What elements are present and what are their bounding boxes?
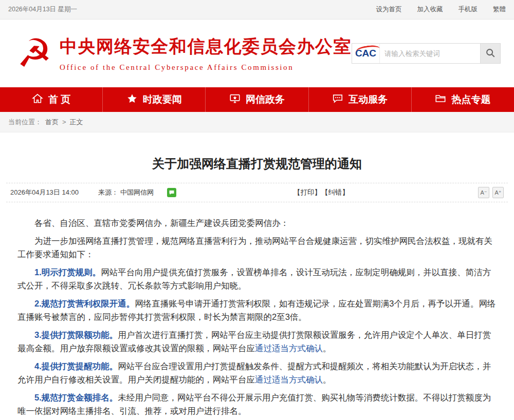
topbar: 2026年04月13日 星期一 设为首页 加入收藏 手机版 繁體 <box>0 0 514 20</box>
folder-icon <box>435 93 446 107</box>
paragraph-lead: 2.规范打赏营利权限开通。 <box>34 299 135 308</box>
paragraph-lead: 3.提供打赏限额功能。 <box>34 330 118 339</box>
paragraph: 为进一步加强网络直播打赏管理，规范网络直播营利行为，推动网站平台合规健康运营，切… <box>17 234 497 261</box>
search-button[interactable] <box>480 44 500 63</box>
paragraph: 1.明示打赏规则。网站平台向用户提供充值打赏服务，设置榜单排名，设计互动玩法，应… <box>17 265 497 292</box>
paragraph: 3.提供打赏限额功能。用户首次进行直播打赏，网站平台应主动提供打赏限额设置服务，… <box>17 328 497 355</box>
nav-item-label: 时政要闻 <box>143 93 182 106</box>
nav-item-politics-news[interactable]: 时政要闻 <box>102 87 205 112</box>
paragraph: 4.提供打赏提醒功能。网站平台应合理设置用户打赏提醒触发条件、提醒方式和提醒频次… <box>17 359 497 386</box>
brand-text: 中央网络安全和信息化委员会办公室 Office of the Central C… <box>60 35 352 72</box>
article-body: 各省、自治区、直辖市党委网信办，新疆生产建设兵团党委网信办：为进一步加强网络直播… <box>0 202 514 420</box>
breadcrumb-label: 当前位置： <box>8 118 42 127</box>
font-larger-button[interactable]: A⁺ <box>492 187 504 198</box>
main-nav: 首 页 时政要闻 网信政务 互动服务 热点专题 <box>0 87 514 112</box>
topbar-links: 设为首页 加入收藏 手机版 繁體 <box>376 5 506 14</box>
paragraph: 各省、自治区、直辖市党委网信办，新疆生产建设兵团党委网信办： <box>17 216 497 230</box>
site-header: ☭ 中央网络安全和信息化委员会办公室 Office of the Central… <box>0 20 514 87</box>
source-name: 中国网信网 <box>120 188 154 197</box>
current-date: 2026年04月13日 星期一 <box>8 5 77 14</box>
add-favorite-link[interactable]: 加入收藏 <box>417 5 443 14</box>
nav-item-label: 网信政务 <box>246 93 285 106</box>
wechat-share-icon[interactable] <box>167 188 176 197</box>
nav-item-label: 互动服务 <box>348 93 388 106</box>
site-subtitle: Office of the Central Cyberspace Affairs… <box>60 63 352 72</box>
paragraph-emphasis: 通过适当方式确认 <box>255 343 323 353</box>
article-title: 关于加强网络直播打赏规范管理的通知 <box>21 155 493 173</box>
source-label: 来源： <box>98 188 118 197</box>
publish-datetime: 2026年04月13日 14:00 <box>10 188 79 197</box>
error-correction-button[interactable]: 【纠错】 <box>321 188 349 197</box>
breadcrumb: 当前位置： 首页 > 正文 <box>0 112 514 132</box>
nav-item-home[interactable]: 首 页 <box>0 87 102 112</box>
more-share-icon[interactable] <box>179 188 189 197</box>
paragraph-lead: 5.规范打赏金额排名。 <box>34 393 118 402</box>
article: 关于加强网络直播打赏规范管理的通知 2026年04月13日 14:00 来源： … <box>0 155 514 420</box>
nav-item-interactive-services[interactable]: 互动服务 <box>308 87 411 112</box>
set-homepage-link[interactable]: 设为首页 <box>376 5 402 14</box>
nav-item-label: 首 页 <box>48 93 70 106</box>
traditional-chinese-link[interactable]: 繁體 <box>493 5 506 14</box>
mobile-version-link[interactable]: 手机版 <box>458 5 478 14</box>
search-input[interactable] <box>379 44 480 63</box>
cac-logo-arc <box>356 44 380 55</box>
cac-logo: CAC <box>352 44 379 63</box>
breadcrumb-current: 正文 <box>70 118 83 127</box>
font-smaller-button[interactable]: A⁻ <box>478 187 489 198</box>
home-icon <box>32 93 43 107</box>
nav-item-hot-topics[interactable]: 热点专题 <box>411 87 514 112</box>
article-meta: 2026年04月13日 14:00 来源： 中国网信网 【打印】 【纠错】 A⁻… <box>6 183 508 202</box>
print-button[interactable]: 【打印】 <box>293 188 321 197</box>
paragraph: 5.规范打赏金额排名。未经用户同意，网站平台不得公开展示用户充值打赏、购买礼物等… <box>17 391 497 417</box>
nav-item-label: 热点专题 <box>451 93 490 106</box>
search-box: CAC <box>352 43 501 64</box>
paragraph-lead: 1.明示打赏规则。 <box>34 268 101 277</box>
paragraph: 2.规范打赏营利权限开通。网络直播账号申请开通打赏营利权限，如有违规记录，应在处… <box>17 297 497 323</box>
party-emblem-icon: ☭ <box>13 30 56 77</box>
site-title[interactable]: 中央网络安全和信息化委员会办公室 <box>60 35 352 59</box>
paragraph-lead: 4.提供打赏提醒功能。 <box>34 361 118 371</box>
breadcrumb-separator: > <box>62 118 66 126</box>
chat-icon <box>332 93 343 107</box>
star-icon <box>126 93 138 107</box>
share-icons <box>167 188 189 197</box>
search-icon <box>485 47 496 60</box>
paragraph-emphasis: 通过适当方式确认 <box>255 375 323 384</box>
breadcrumb-home-link[interactable]: 首页 <box>45 118 59 127</box>
nav-item-cyberspace-affairs[interactable]: 网信政务 <box>205 87 308 112</box>
monitor-icon <box>229 93 241 107</box>
